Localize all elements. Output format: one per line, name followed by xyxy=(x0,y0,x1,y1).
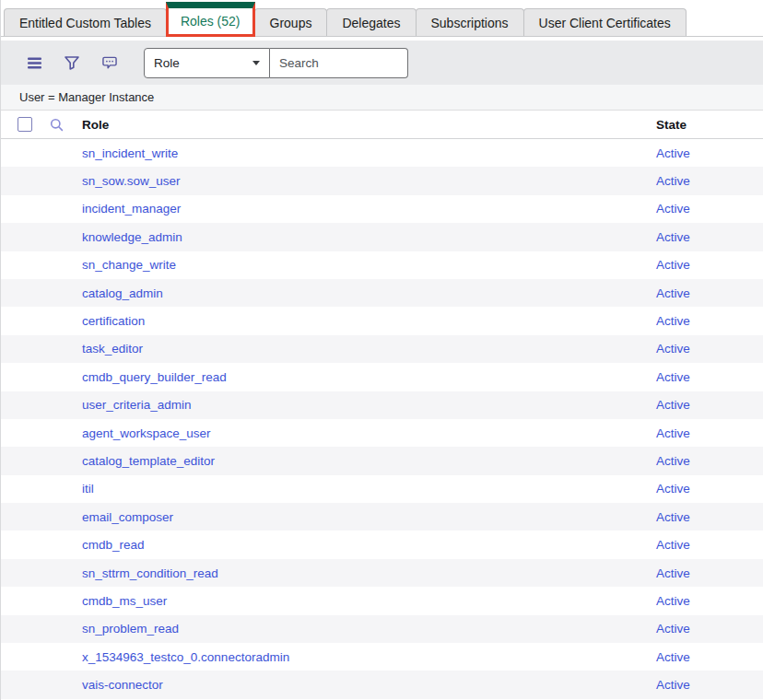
breadcrumb[interactable]: User = Manager Instance xyxy=(1,85,763,111)
role-link[interactable]: certification xyxy=(82,314,145,328)
state-cell: Active xyxy=(656,146,763,160)
table-row: itil Active xyxy=(1,475,763,503)
state-cell: Active xyxy=(656,622,763,636)
state-link[interactable]: Active xyxy=(656,202,690,216)
role-link[interactable]: incident_manager xyxy=(82,202,181,216)
state-link[interactable]: Active xyxy=(656,594,690,608)
search-column-select[interactable]: Role xyxy=(144,48,270,78)
role-link[interactable]: sn_sttrm_condition_read xyxy=(82,566,218,580)
select-all-checkbox[interactable] xyxy=(18,117,32,132)
feedback-icon[interactable] xyxy=(102,55,117,70)
tab-entitled-custom-tables[interactable]: Entitled Custom Tables xyxy=(4,8,167,36)
role-cell: sn_incident_write xyxy=(1,146,656,160)
tab-delegates[interactable]: Delegates xyxy=(326,8,416,36)
menu-icon[interactable] xyxy=(27,55,41,70)
role-link[interactable]: sn_sow.sow_user xyxy=(82,174,181,188)
chevron-down-icon xyxy=(252,61,260,65)
tab-roles-52[interactable]: Roles (52) xyxy=(166,2,255,37)
tab-groups[interactable]: Groups xyxy=(254,8,328,36)
state-link[interactable]: Active xyxy=(656,342,690,356)
role-cell: cmdb_ms_user xyxy=(1,594,656,608)
table-row: incident_manager Active xyxy=(1,195,763,223)
table-row: x_1534963_testco_0.connectoradmin Active xyxy=(1,643,763,671)
column-header-role[interactable]: Role xyxy=(82,118,656,132)
state-cell: Active xyxy=(656,594,763,608)
state-link[interactable]: Active xyxy=(656,482,690,496)
table-row: sn_problem_read Active xyxy=(1,615,763,643)
role-link[interactable]: cmdb_ms_user xyxy=(82,594,167,608)
state-cell: Active xyxy=(656,650,763,664)
table-row: cmdb_query_builder_read Active xyxy=(1,363,763,391)
tab-bar: Entitled Custom TablesRoles (52)GroupsDe… xyxy=(1,0,763,37)
role-link[interactable]: email_composer xyxy=(82,510,173,524)
table-row: email_composer Active xyxy=(1,503,763,531)
state-link[interactable]: Active xyxy=(656,510,690,524)
state-cell: Active xyxy=(656,286,763,300)
column-header-state[interactable]: State xyxy=(656,118,763,132)
state-cell: Active xyxy=(656,510,763,524)
state-cell: Active xyxy=(656,314,763,328)
header-controls xyxy=(1,117,82,132)
role-link[interactable]: x_1534963_testco_0.connectoradmin xyxy=(82,650,289,664)
state-link[interactable]: Active xyxy=(656,622,690,636)
filter-icon[interactable] xyxy=(65,55,79,70)
role-cell: vais-connector xyxy=(1,678,656,692)
state-link[interactable]: Active xyxy=(656,426,690,440)
role-link[interactable]: catalog_admin xyxy=(82,286,163,300)
state-link[interactable]: Active xyxy=(656,146,690,160)
role-link[interactable]: knowledge_admin xyxy=(82,230,182,244)
roles-panel: Entitled Custom TablesRoles (52)GroupsDe… xyxy=(0,0,763,700)
role-cell: sn_problem_read xyxy=(1,622,656,636)
state-link[interactable]: Active xyxy=(656,566,690,580)
state-link[interactable]: Active xyxy=(656,258,690,272)
state-link[interactable]: Active xyxy=(656,398,690,412)
table-row: sn_sttrm_condition_read Active xyxy=(1,559,763,587)
state-cell: Active xyxy=(656,566,763,580)
state-link[interactable]: Active xyxy=(656,650,690,664)
role-cell: task_editor xyxy=(1,342,656,356)
role-cell: sn_sttrm_condition_read xyxy=(1,566,656,580)
role-cell: agent_workspace_user xyxy=(1,426,656,440)
state-link[interactable]: Active xyxy=(656,230,690,244)
role-link[interactable]: cmdb_query_builder_read xyxy=(82,370,227,384)
table-header: Role State xyxy=(1,111,763,139)
role-link[interactable]: task_editor xyxy=(82,342,143,356)
role-link[interactable]: sn_incident_write xyxy=(82,146,178,160)
role-cell: sn_change_write xyxy=(1,258,656,272)
search-column-value: Role xyxy=(154,56,247,70)
role-cell: incident_manager xyxy=(1,202,656,216)
state-link[interactable]: Active xyxy=(656,370,690,384)
tab-user-client-certificates[interactable]: User Client Certificates xyxy=(523,8,687,36)
role-cell: certification xyxy=(1,314,656,328)
state-link[interactable]: Active xyxy=(656,286,690,300)
role-link[interactable]: cmdb_read xyxy=(82,538,145,552)
role-cell: x_1534963_testco_0.connectoradmin xyxy=(1,650,656,664)
state-cell: Active xyxy=(656,482,763,496)
table-body: sn_incident_write Active sn_sow.sow_user… xyxy=(1,139,763,699)
tab-subscriptions[interactable]: Subscriptions xyxy=(416,8,524,36)
role-link[interactable]: user_criteria_admin xyxy=(82,398,192,412)
state-link[interactable]: Active xyxy=(656,678,690,692)
state-link[interactable]: Active xyxy=(656,538,690,552)
role-link[interactable]: itil xyxy=(82,482,94,496)
search-icon[interactable] xyxy=(50,118,64,132)
role-link[interactable]: catalog_template_editor xyxy=(82,454,215,468)
role-link[interactable]: sn_change_write xyxy=(82,258,176,272)
role-link[interactable]: agent_workspace_user xyxy=(82,426,211,440)
state-cell: Active xyxy=(656,538,763,552)
state-link[interactable]: Active xyxy=(656,454,690,468)
state-cell: Active xyxy=(656,342,763,356)
role-cell: itil xyxy=(1,482,656,496)
state-link[interactable]: Active xyxy=(656,314,690,328)
search-group: Role xyxy=(144,48,408,78)
state-cell: Active xyxy=(656,202,763,216)
state-cell: Active xyxy=(656,398,763,412)
search-input[interactable] xyxy=(270,48,408,78)
state-cell: Active xyxy=(656,258,763,272)
role-link[interactable]: vais-connector xyxy=(82,678,163,692)
state-cell: Active xyxy=(656,174,763,188)
table-row: catalog_admin Active xyxy=(1,279,763,307)
table-row: knowledge_admin Active xyxy=(1,223,763,251)
role-link[interactable]: sn_problem_read xyxy=(82,622,179,636)
state-link[interactable]: Active xyxy=(656,174,690,188)
